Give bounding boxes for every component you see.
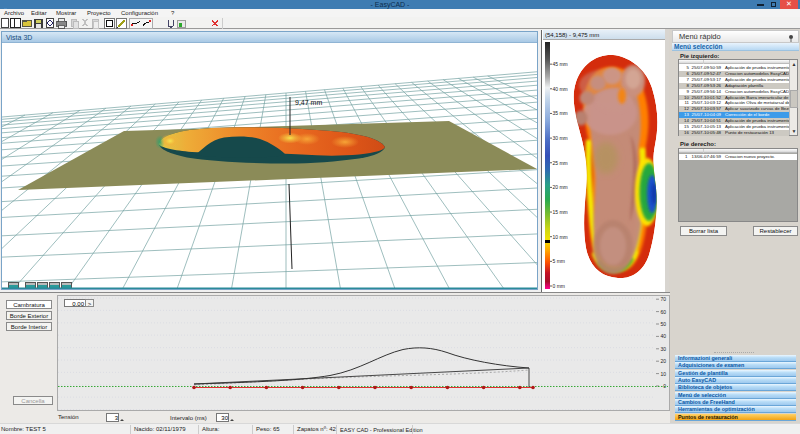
svg-text:10: 10 [660,371,666,377]
svg-text:20 mm: 20 mm [553,184,568,190]
svg-text:40: 40 [660,333,666,339]
svg-text:60: 60 [660,309,666,315]
svg-text:50: 50 [660,321,666,327]
svg-text:5 mm: 5 mm [553,258,566,264]
svg-text:15 mm: 15 mm [553,209,568,215]
svg-text:0: 0 [663,383,666,389]
svg-text:35 mm: 35 mm [553,110,568,116]
svg-text:20: 20 [660,358,666,364]
svg-text:30 mm: 30 mm [553,135,568,141]
svg-text:25 mm: 25 mm [553,160,568,166]
svg-text:0 mm: 0 mm [553,283,566,289]
svg-text:45 mm: 45 mm [553,61,568,67]
svg-text:10 mm: 10 mm [553,234,568,240]
svg-text:70: 70 [660,296,666,302]
svg-text:9,47 mm: 9,47 mm [295,99,322,106]
svg-text:40 mm: 40 mm [553,86,568,92]
svg-text:30: 30 [660,346,666,352]
